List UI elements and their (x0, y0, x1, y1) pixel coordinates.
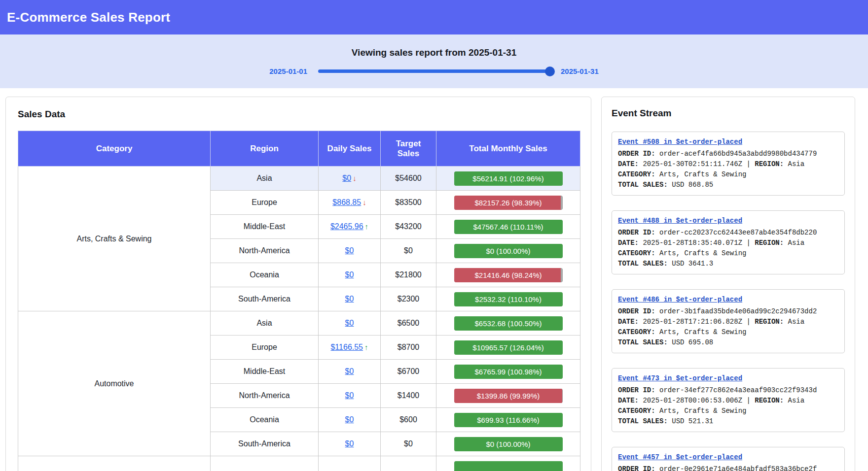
slider-thumb[interactable] (545, 67, 555, 76)
category-value: Arts, Crafts & Sewing (659, 328, 746, 336)
event-category-line: CATEGORY: Arts, Crafts & Sewing (618, 169, 838, 180)
region-value: Asia (788, 318, 805, 326)
target-sales-cell: $1400 (381, 384, 436, 408)
category-label: CATEGORY: (618, 249, 655, 257)
event-order-id-line: ORDER ID: order-0e2961e71a6e484abfadf583… (618, 464, 838, 471)
region-value: Asia (788, 397, 805, 404)
daily-sales-link[interactable]: $1166.55 (330, 343, 363, 351)
order-id-label: ORDER ID: (618, 307, 655, 315)
daily-sales-link[interactable]: $0 (345, 270, 354, 279)
daily-sales-cell: $1166.55↑ (319, 336, 381, 360)
daily-sales-link[interactable]: $0 (345, 439, 354, 448)
total-sales-label: TOTAL SALES: (618, 181, 668, 189)
event-order-id-line: ORDER ID: order-34ef277c862e4a3eaaf903cc… (618, 385, 838, 396)
total-monthly-sales-cell: $82157.26 (98.39%) (436, 191, 580, 215)
daily-sales-link[interactable]: $0 (345, 295, 354, 303)
sales-table-body: Arts, Crafts & SewingAsia $0↓ $54600 $56… (18, 167, 580, 471)
event-link[interactable]: Event #488 in $et-order-placed (618, 216, 742, 226)
daily-sales-link[interactable]: $0 (342, 174, 351, 182)
event-link[interactable]: Event #486 in $et-order-placed (618, 295, 742, 305)
event-category-line: CATEGORY: Arts, Crafts & Sewing (618, 406, 838, 416)
target-sales-cell: $43200 (381, 215, 436, 239)
daily-sales-link[interactable]: $868.85 (332, 198, 361, 206)
region-value: Asia (788, 239, 805, 247)
daily-sales-cell: $0↓ (319, 167, 381, 191)
trend-arrow-down-icon: ↓ (362, 198, 366, 206)
date-value: 2025-01-30T02:51:11.746Z (643, 160, 742, 168)
daily-sales-link[interactable]: $2465.96 (330, 222, 363, 231)
region-cell: South-America (211, 432, 319, 456)
separator: | (746, 160, 750, 168)
event-stream-title: Event Stream (612, 108, 845, 119)
region-value: Asia (788, 160, 805, 168)
date-range-slider: 2025-01-01 2025-01-31 (0, 67, 868, 75)
region-cell: Oceania (211, 408, 319, 432)
category-label: CATEGORY: (618, 170, 655, 178)
total-sales-progress: $21416.46 (98.24%) (454, 268, 563, 282)
event-order-id-line: ORDER ID: order-3b1faad35bde4e06ad99c2c2… (618, 306, 838, 317)
event-date-region-line: DATE: 2025-01-30T02:51:11.746Z | REGION:… (618, 159, 838, 169)
total-monthly-sales-cell: $56214.91 (102.96%) (436, 167, 580, 191)
target-sales-cell: $8700 (381, 336, 436, 360)
order-id-value: order-acef4fa66bd945a3abdd9980bd434779 (659, 150, 817, 158)
slider-start-label: 2025-01-01 (269, 67, 307, 75)
target-sales-cell: $600 (381, 408, 436, 432)
daily-sales-link[interactable]: $0 (345, 246, 354, 255)
total-monthly-sales-cell: $10965.57 (126.04%) (436, 336, 580, 360)
region-cell: Oceania (211, 263, 319, 287)
total-sales-label: TOTAL SALES: (618, 260, 668, 268)
total-sales-progress: $1399.86 (99.99%) (454, 389, 563, 403)
table-row (18, 456, 580, 471)
column-header-category: Category (18, 131, 211, 167)
event-card: Event #473 in $et-order-placed ORDER ID:… (612, 368, 845, 432)
event-date-region-line: DATE: 2025-01-28T17:21:06.828Z | REGION:… (618, 317, 838, 327)
region-label: REGION: (755, 239, 784, 247)
separator: | (746, 318, 750, 326)
order-id-label: ORDER ID: (618, 465, 655, 471)
daily-sales-cell: $0 (319, 432, 381, 456)
event-list: Event #508 in $et-order-placed ORDER ID:… (612, 132, 845, 471)
total-sales-label: $699.93 (116.66%) (454, 413, 563, 427)
event-card: Event #457 in $et-order-placed ORDER ID:… (612, 447, 845, 471)
event-link[interactable]: Event #508 in $et-order-placed (618, 137, 742, 147)
column-header-region: Region (211, 131, 319, 167)
daily-sales-link[interactable]: $0 (345, 415, 354, 424)
category-label: CATEGORY: (618, 328, 655, 336)
main-content: Sales Data Category Region Daily Sales T… (0, 88, 868, 471)
order-id-value: order-34ef277c862e4a3eaaf903cc22f9343d (659, 386, 817, 394)
event-total-sales-line: TOTAL SALES: USD 868.85 (618, 180, 838, 190)
target-sales-cell: $21800 (381, 263, 436, 287)
daily-sales-cell: $0 (319, 311, 381, 336)
daily-sales-cell: $0 (319, 360, 381, 384)
total-sales-progress: $10965.57 (126.04%) (454, 340, 563, 355)
event-category-line: CATEGORY: Arts, Crafts & Sewing (618, 248, 838, 259)
daily-sales-link[interactable]: $0 (345, 319, 354, 327)
daily-sales-link[interactable]: $0 (345, 367, 354, 375)
category-value: Arts, Crafts & Sewing (659, 249, 746, 257)
table-row: AutomotiveAsia $0 $6500 $6532.68 (100.50… (18, 311, 580, 336)
separator: | (746, 397, 750, 404)
event-card: Event #508 in $et-order-placed ORDER ID:… (612, 132, 845, 196)
target-sales-cell: $83500 (381, 191, 436, 215)
region-cell: Middle-East (211, 360, 319, 384)
order-id-value: order-3b1faad35bde4e06ad99c2c294673dd2 (659, 307, 817, 315)
slider-track[interactable] (318, 69, 550, 73)
total-monthly-sales-cell: $0 (100.00%) (436, 239, 580, 263)
region-label: REGION: (755, 397, 784, 404)
column-header-daily-sales: Daily Sales (319, 131, 381, 167)
total-sales-value: USD 695.08 (672, 338, 713, 346)
total-sales-progress: $699.93 (116.66%) (454, 413, 563, 427)
column-header-total-monthly-sales: Total Monthly Sales (436, 131, 580, 167)
target-sales-cell: $0 (381, 239, 436, 263)
event-link[interactable]: Event #473 in $et-order-placed (618, 373, 742, 384)
region-cell: South-America (211, 287, 319, 311)
trend-arrow-down-icon: ↓ (353, 174, 357, 182)
total-sales-label: $6532.68 (100.50%) (454, 316, 563, 331)
daily-sales-link[interactable]: $0 (345, 391, 354, 400)
target-sales-cell (381, 456, 436, 471)
app-title: E-Commerce Sales Report (7, 10, 170, 25)
date-value: 2025-01-28T17:21:06.828Z (643, 318, 742, 326)
sales-data-title: Sales Data (18, 109, 579, 120)
event-date-region-line: DATE: 2025-01-28T00:06:53.006Z | REGION:… (618, 396, 838, 406)
event-link[interactable]: Event #457 in $et-order-placed (618, 452, 742, 463)
